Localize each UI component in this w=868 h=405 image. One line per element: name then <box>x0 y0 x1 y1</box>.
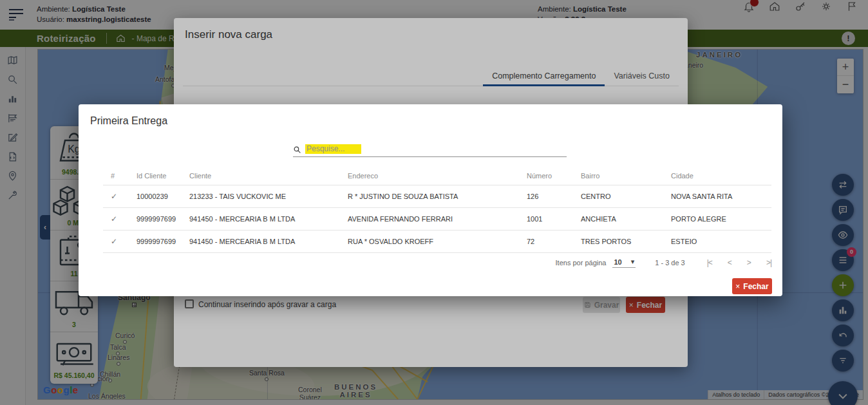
table-row[interactable]: ✓ 9999997699 941450 - MERCEARIA B M LTDA… <box>103 208 771 231</box>
close-button[interactable]: × Fechar <box>732 278 772 294</box>
first-delivery-dialog: Primeira Entrega Pesquise... # Id Client… <box>79 104 782 296</box>
next-page-button[interactable]: > <box>747 258 751 267</box>
first-page-button[interactable]: |< <box>707 258 712 267</box>
table-row[interactable]: ✓ 10000239 213233 - TAIS VUCKOVIC ME R *… <box>103 185 771 208</box>
search-input[interactable]: Pesquise... <box>293 142 567 157</box>
prev-page-button[interactable]: < <box>728 258 731 267</box>
close-icon: × <box>735 282 740 291</box>
dropdown-arrow-icon: ▾ <box>631 258 635 266</box>
page-range: 1 - 3 de 3 <box>655 259 684 267</box>
table-header: # Id Cliente Cliente Endereco Número Bai… <box>103 166 771 185</box>
last-page-button[interactable]: >| <box>766 258 771 267</box>
table-row[interactable]: ✓ 9999997699 941450 - MERCEARIA B M LTDA… <box>103 231 771 253</box>
search-placeholder: Pesquise... <box>305 144 361 154</box>
deliveries-table: # Id Cliente Cliente Endereco Número Bai… <box>103 166 771 253</box>
row-check-icon: ✓ <box>111 192 137 201</box>
row-check-icon: ✓ <box>111 214 137 223</box>
dialog-title: Primeira Entrega <box>90 115 167 127</box>
items-per-page-label: Itens por página <box>556 259 607 267</box>
row-check-icon: ✓ <box>111 237 137 246</box>
page-size-select[interactable]: 10 ▾ <box>612 258 636 268</box>
search-icon <box>293 146 301 154</box>
pagination: Itens por página 10 ▾ 1 - 3 de 3 |< < > … <box>556 258 771 268</box>
